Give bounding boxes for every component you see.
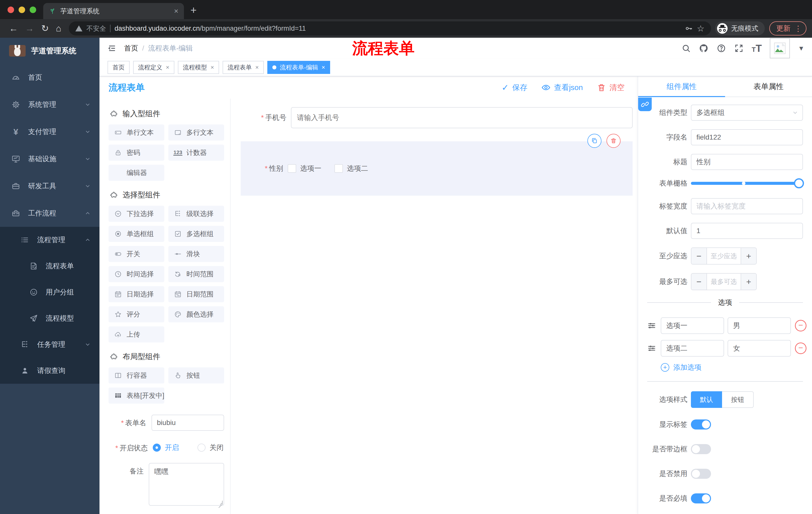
disabled-switch[interactable] — [691, 469, 711, 479]
form-remark-textarea[interactable]: 嘿嘿 — [149, 463, 224, 506]
font-size-icon[interactable]: TT — [752, 43, 762, 54]
remove-option-button[interactable]: − — [795, 343, 807, 354]
fullscreen-icon[interactable] — [734, 44, 744, 53]
close-icon[interactable]: × — [322, 64, 325, 71]
stepper-increase-button[interactable]: + — [741, 274, 756, 290]
sidebar-item-task-mgmt[interactable]: 任务管理 — [0, 331, 99, 358]
style-default-button[interactable]: 默认 — [691, 391, 722, 408]
remove-option-button[interactable]: − — [795, 320, 807, 331]
canvas-field-gender-selected[interactable]: *性别 选项一 选项二 — [241, 141, 633, 196]
close-icon[interactable]: × — [210, 64, 214, 71]
view-json-button[interactable]: 查看json — [542, 82, 583, 93]
label-width-input[interactable] — [691, 198, 803, 214]
browser-menu-icon[interactable]: ⋮ — [794, 24, 802, 33]
bookmark-star-icon[interactable]: ☆ — [697, 23, 704, 33]
not-secure-warning-icon[interactable] — [76, 25, 82, 31]
stepper-decrease-button[interactable]: − — [691, 248, 707, 264]
min-select-input[interactable]: 至少应选 — [707, 248, 741, 264]
component-pill-button[interactable]: 按钮 — [168, 368, 224, 383]
sidebar-item-home[interactable]: 首页 — [0, 64, 99, 91]
add-option-button[interactable]: + 添加选项 — [661, 362, 803, 372]
component-pill-single-text[interactable]: 单行文本 — [109, 125, 164, 141]
show-label-switch[interactable] — [691, 420, 711, 430]
sidebar-item-infra[interactable]: 基础设施 — [0, 145, 99, 172]
slider-handle[interactable] — [794, 178, 804, 188]
title-input[interactable] — [691, 154, 803, 170]
github-icon[interactable] — [699, 44, 708, 53]
component-pill-counter[interactable]: 123 计数器 — [168, 144, 224, 161]
sidebar-toggle-icon[interactable] — [107, 43, 117, 53]
tab-component-props[interactable]: 组件属性 — [638, 77, 725, 97]
component-pill-table[interactable]: 表格[开发中] — [109, 387, 164, 404]
search-icon[interactable] — [682, 44, 691, 53]
component-pill-date-picker[interactable]: 日期选择 — [109, 286, 164, 302]
tag-process-form-edit[interactable]: 流程表单-编辑× — [267, 61, 330, 74]
resize-handle[interactable] — [219, 501, 223, 505]
component-pill-time-picker[interactable]: 时间选择 — [109, 266, 164, 282]
delete-field-button[interactable] — [607, 134, 620, 148]
style-button-button[interactable]: 按钮 — [722, 391, 754, 408]
reload-icon[interactable]: ↻ — [41, 24, 49, 33]
border-switch[interactable] — [691, 444, 711, 454]
not-secure-label[interactable]: 不安全 — [86, 24, 106, 33]
component-pill-editor[interactable]: 编辑器 — [109, 165, 164, 181]
url-text[interactable]: dashboard.yudao.iocoder.cn/bpm/manager/f… — [115, 25, 681, 32]
option-label-input[interactable] — [661, 317, 724, 334]
status-radio-on[interactable]: 开启 — [153, 443, 179, 452]
form-canvas[interactable]: *手机号 *性别 — [231, 99, 638, 514]
tab-form-props[interactable]: 表单属性 — [725, 77, 812, 97]
max-select-input[interactable]: 最多可选 — [707, 274, 741, 290]
tab-close-icon[interactable]: × — [174, 7, 178, 15]
component-pill-switch[interactable]: 开关 — [109, 246, 164, 262]
minimize-window-button[interactable] — [19, 6, 25, 13]
canvas-field-phone[interactable]: *手机号 — [241, 107, 633, 128]
new-tab-button[interactable]: + — [191, 5, 197, 16]
field-name-input[interactable] — [691, 129, 803, 145]
avatar[interactable] — [770, 38, 790, 58]
sidebar-item-payment[interactable]: ¥ 支付管理 — [0, 118, 99, 145]
address-bar[interactable]: 不安全 dashboard.yudao.iocoder.cn/bpm/manag… — [69, 21, 711, 35]
gender-checkbox-option2[interactable]: 选项二 — [335, 164, 368, 173]
component-pill-cascader[interactable]: 级联选择 — [168, 206, 224, 222]
sidebar-item-leave-query[interactable]: 请假查询 — [0, 358, 99, 384]
sidebar-item-process-mgmt[interactable]: 流程管理 — [0, 227, 99, 253]
option-value-input[interactable] — [728, 317, 791, 334]
link-handle-button[interactable] — [638, 98, 652, 111]
window-controls[interactable] — [0, 6, 43, 19]
status-radio-off[interactable]: 关闭 — [198, 443, 224, 452]
component-pill-upload[interactable]: 上传 — [109, 326, 164, 343]
checkbox-box[interactable] — [335, 164, 343, 173]
tag-process-definition[interactable]: 流程定义× — [133, 61, 174, 74]
form-name-input[interactable] — [151, 415, 224, 431]
option-label-input[interactable] — [661, 340, 724, 357]
close-icon[interactable]: × — [255, 64, 259, 71]
form-grid-slider[interactable] — [691, 182, 803, 185]
component-pill-row-container[interactable]: 行容器 — [109, 368, 164, 383]
stepper-increase-button[interactable]: + — [741, 248, 756, 264]
checkbox-box[interactable] — [288, 164, 296, 173]
component-pill-radio-group[interactable]: 单选框组 — [109, 226, 164, 242]
gender-checkbox-option1[interactable]: 选项一 — [288, 164, 321, 173]
required-switch[interactable] — [691, 493, 711, 504]
clear-button[interactable]: 清空 — [597, 82, 625, 93]
sidebar-item-process-model[interactable]: 流程模型 — [0, 305, 99, 331]
component-pill-time-range[interactable]: 时间范围 — [168, 266, 224, 282]
sidebar-logo[interactable]: 芋道管理系统 — [0, 38, 99, 64]
forward-icon[interactable]: → — [25, 24, 34, 33]
help-icon[interactable] — [717, 44, 726, 53]
component-pill-multi-text[interactable]: 多行文本 — [168, 125, 224, 141]
browser-update-button[interactable]: 更新 ⋮ — [769, 21, 807, 35]
save-button[interactable]: ✓保存 — [501, 82, 527, 93]
component-pill-checkbox-group[interactable]: 多选框组 — [168, 226, 224, 242]
sidebar-item-system[interactable]: 系统管理 — [0, 91, 99, 118]
component-pill-password[interactable]: 密码 — [109, 144, 164, 161]
home-icon[interactable]: ⌂ — [56, 24, 61, 33]
close-icon[interactable]: × — [166, 64, 169, 71]
sidebar-item-process-form[interactable]: 流程表单 — [0, 253, 99, 279]
browser-tab[interactable]: 芋道管理系统 × — [43, 3, 184, 19]
tag-home[interactable]: 首页 — [108, 61, 129, 74]
tag-process-form[interactable]: 流程表单× — [223, 61, 264, 74]
component-pill-select[interactable]: 下拉选择 — [109, 206, 164, 222]
tag-process-model[interactable]: 流程模型× — [178, 61, 219, 74]
duplicate-field-button[interactable] — [587, 134, 602, 148]
